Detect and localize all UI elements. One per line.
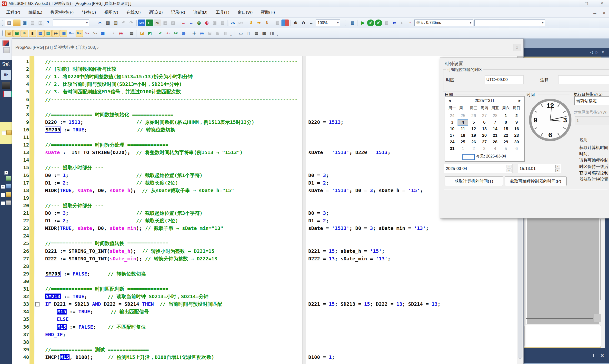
- device-write-icon[interactable]: Dev: [138, 20, 145, 26]
- save-project-icon[interactable]: ▣: [21, 20, 28, 26]
- monitor-window-icon[interactable]: ▦: [349, 20, 356, 26]
- transfer-ok-icon[interactable]: ⇦: [390, 20, 398, 26]
- run-icon[interactable]: ▶: [359, 20, 367, 26]
- device-terminal-icon[interactable]: >_: [146, 20, 153, 26]
- device-gray2-icon[interactable]: ▦: [219, 20, 226, 26]
- print-icon[interactable]: ▤: [29, 20, 36, 26]
- menu-item-11[interactable]: 帮助(H): [261, 10, 275, 15]
- calendar-day[interactable]: 2: [511, 113, 522, 119]
- dev-search-icon[interactable]: Dev: [229, 20, 237, 26]
- list-view-icon[interactable]: ▤: [253, 30, 260, 37]
- get-plc-time-button[interactable]: 获取可编程控制器的时间(P): [505, 176, 567, 186]
- watch-combo[interactable]: ▼: [474, 20, 545, 26]
- nav-folder-blue-icon[interactable]: [6, 184, 11, 188]
- calendar-day[interactable]: 2: [468, 145, 479, 152]
- dev-cross-icon[interactable]: Dev: [91, 30, 99, 37]
- calendar-day[interactable]: 28: [490, 113, 501, 119]
- fold-collapse-icon[interactable]: −: [35, 302, 40, 306]
- menu-item-1[interactable]: 编辑(E): [28, 10, 42, 15]
- calendar-day[interactable]: 19: [468, 132, 479, 139]
- panel-close-icon[interactable]: ✕: [600, 353, 604, 358]
- calendar-day[interactable]: 27: [479, 139, 490, 145]
- device-tool2-icon[interactable]: ▨: [169, 20, 177, 26]
- nav-folder-open-icon[interactable]: [6, 130, 12, 135]
- menu-item-2[interactable]: 搜索/替换(F): [51, 10, 73, 15]
- nav-folder2-icon[interactable]: [6, 192, 11, 197]
- calendar-month[interactable]: 2025年3月: [475, 98, 494, 103]
- zoom-fit-icon[interactable]: ↔: [307, 20, 315, 26]
- minimize-button[interactable]: —: [565, 0, 576, 6]
- element-select-icon[interactable]: [3, 40, 9, 46]
- write-to-plc-icon[interactable]: →: [180, 20, 187, 26]
- nav-collapse-icon[interactable]: −: [2, 131, 6, 135]
- calendar-day[interactable]: 29: [501, 139, 511, 145]
- nav-tree-view-button[interactable]: ▦▾: [1, 70, 11, 80]
- calendar-day[interactable]: 31: [447, 145, 458, 152]
- comment-field[interactable]: [558, 75, 609, 84]
- undo-icon[interactable]: ↶: [120, 20, 127, 26]
- zoom-out-icon[interactable]: ⊖: [300, 20, 307, 26]
- calendar-day[interactable]: 3: [447, 119, 458, 126]
- io-check-icon[interactable]: I/O: [164, 30, 172, 37]
- calendar-day[interactable]: 23: [511, 132, 522, 139]
- stamp-icon[interactable]: ◫: [37, 20, 44, 26]
- module-config-icon[interactable]: ▣: [13, 30, 20, 37]
- calendar-day[interactable]: 6: [479, 119, 490, 126]
- dial-monitor-icon[interactable]: ◔: [109, 30, 117, 37]
- device-tool-icon[interactable]: ▨: [161, 20, 169, 26]
- eraser-icon[interactable]: ◨: [268, 30, 276, 37]
- close-button[interactable]: ✕: [596, 0, 607, 6]
- nav-folder3-icon[interactable]: [6, 200, 11, 205]
- dev-compare-icon[interactable]: Dev: [83, 30, 91, 37]
- calendar-day[interactable]: 8: [501, 119, 511, 126]
- keyword-combo[interactable]: ▼: [53, 20, 89, 26]
- toolbar-overflow-icon[interactable]: ⌄: [229, 30, 233, 37]
- mdi-close-button[interactable]: ✕: [600, 10, 608, 16]
- calendar-day[interactable]: 18: [458, 132, 468, 139]
- get-pc-time-button[interactable]: 获取计算机的时间(T): [445, 176, 503, 186]
- calendar-day[interactable]: 21: [490, 132, 501, 139]
- find-binocular-icon[interactable]: ◎: [52, 30, 60, 37]
- calendar-day[interactable]: 16: [511, 126, 522, 132]
- time-spinner[interactable]: ▲▼: [555, 165, 560, 172]
- dock-left-icon[interactable]: ◁: [590, 50, 593, 54]
- calendar-day[interactable]: 11: [458, 126, 468, 132]
- calendar-day[interactable]: 24: [447, 139, 458, 145]
- nav-tree-icon[interactable]: ⊞: [5, 30, 13, 37]
- date-field[interactable]: 2025-03-04 ▲▼: [444, 164, 512, 173]
- convert-green-icon[interactable]: ✂: [172, 30, 180, 37]
- nav-expand1-icon[interactable]: +: [1, 185, 5, 189]
- menu-item-8[interactable]: 诊断(D): [193, 10, 208, 15]
- calendar-day[interactable]: 27: [479, 113, 490, 119]
- menu-item-7[interactable]: 记录(R): [171, 10, 185, 15]
- pin-icon[interactable]: [591, 353, 596, 358]
- menu-item-5[interactable]: 在线(O): [126, 10, 141, 15]
- editor-window-title-bar[interactable]: ProgPou [PRG] [ST] 监视执行中 (只读) 103步 x: [12, 39, 523, 56]
- open-project-icon[interactable]: [13, 20, 20, 26]
- toolbar-overflow-icon[interactable]: ⌄: [90, 20, 93, 26]
- nav-collapse2-icon[interactable]: −: [4, 171, 8, 175]
- calendar-day[interactable]: 12: [468, 126, 479, 132]
- calendar-day[interactable]: 25: [458, 139, 468, 145]
- stamp-export-icon[interactable]: ◩: [146, 30, 153, 37]
- global-monitor-icon[interactable]: ◍: [180, 30, 187, 37]
- insert-row-icon[interactable]: ⇩: [248, 20, 255, 26]
- label-list-icon[interactable]: ▤: [37, 30, 44, 37]
- dock-menu-icon[interactable]: ▼: [601, 50, 605, 54]
- doc-outline-icon[interactable]: ▤: [128, 30, 135, 37]
- nav-module-icon[interactable]: [2, 82, 10, 89]
- insert-col-icon[interactable]: ⇒: [255, 20, 263, 26]
- paste-icon[interactable]: ▤: [112, 20, 119, 26]
- insert-block-icon[interactable]: ⇩: [263, 20, 270, 26]
- cut-icon[interactable]: ✂: [96, 20, 104, 26]
- calendar-day[interactable]: 5: [468, 119, 479, 126]
- new-project-icon[interactable]: ▤: [5, 20, 13, 26]
- calendar-day[interactable]: 28: [490, 139, 501, 145]
- check-program-icon[interactable]: ✔: [157, 30, 164, 37]
- calendar-day[interactable]: 7: [490, 119, 501, 126]
- mdi-minimize-button[interactable]: ▬: [591, 10, 598, 16]
- today-marker-box[interactable]: [463, 154, 475, 160]
- calendar-day[interactable]: 3: [479, 145, 490, 152]
- device-find-icon[interactable]: ◎: [195, 20, 203, 26]
- module-chip-icon[interactable]: ▯: [245, 30, 252, 37]
